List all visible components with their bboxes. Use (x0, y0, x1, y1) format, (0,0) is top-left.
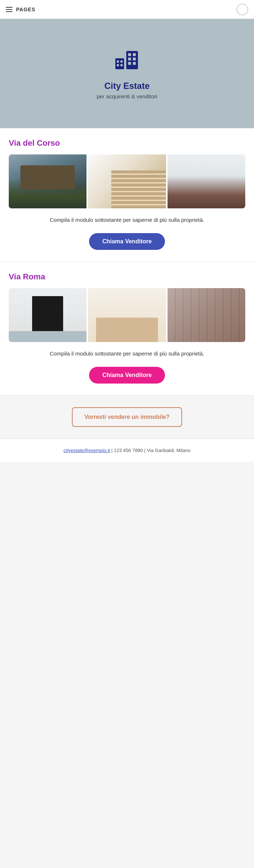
footer-separator2: | (143, 448, 147, 453)
svg-rect-10 (128, 62, 131, 65)
nav-title: PAGES (16, 7, 35, 12)
hero-section: City Estate per acquirenti & venditori (0, 19, 254, 128)
nav-left: PAGES (6, 7, 35, 12)
section2-call-vendor-button[interactable]: Chiama Venditore (89, 367, 165, 384)
hero-title: City Estate (104, 81, 150, 91)
svg-rect-5 (126, 51, 138, 69)
page-footer: cityestate@esempio.it | 123 456 7890 | V… (0, 439, 254, 462)
profile-circle-icon[interactable] (236, 4, 248, 15)
photo-workshop (168, 288, 245, 342)
photo-bedroom (88, 288, 166, 342)
footer-contact: cityestate@esempio.it | 123 456 7890 | V… (7, 448, 247, 453)
svg-rect-8 (128, 58, 131, 60)
svg-rect-7 (133, 53, 136, 56)
hamburger-menu-icon[interactable] (6, 7, 12, 12)
svg-rect-3 (117, 64, 119, 66)
photo-house-exterior (9, 154, 86, 208)
section1-description: Compila il modulo sottostante per sapern… (9, 216, 245, 224)
footer-email-link[interactable]: cityestate@esempio.it (64, 448, 110, 453)
footer-phone: 123 456 7890 (114, 448, 143, 453)
section-via-roma: Via Roma Compila il modulo sottostante p… (0, 262, 254, 396)
footer-address: Via Garibaldi, Milano (147, 448, 190, 453)
photo-kitchen (168, 154, 245, 208)
hero-subtitle: per acquirenti & venditori (97, 93, 157, 99)
footer-separator1: | (110, 448, 114, 453)
svg-rect-11 (133, 62, 136, 65)
section-via-del-corso: Via del Corso Compila il modulo sottosta… (0, 128, 254, 262)
section2-photo-grid (9, 288, 245, 342)
svg-rect-2 (120, 60, 123, 63)
sell-property-button[interactable]: Vorresti vendere un immobile? (72, 407, 182, 427)
sell-section: Vorresti vendere un immobile? (0, 396, 254, 439)
svg-rect-9 (133, 58, 136, 60)
photo-front-door (9, 288, 86, 342)
section1-call-vendor-button[interactable]: Chiama Venditore (89, 233, 165, 250)
section2-title: Via Roma (9, 272, 245, 282)
photo-staircase (88, 154, 166, 208)
svg-rect-4 (120, 64, 123, 66)
section1-photo-grid (9, 154, 245, 208)
svg-rect-6 (128, 53, 131, 56)
building-icon (112, 44, 142, 75)
section1-title: Via del Corso (9, 138, 245, 148)
top-navigation: PAGES (0, 0, 254, 19)
svg-rect-0 (115, 58, 124, 69)
section2-description: Compila il modulo sottostante per sapern… (9, 349, 245, 358)
svg-rect-1 (117, 60, 119, 63)
